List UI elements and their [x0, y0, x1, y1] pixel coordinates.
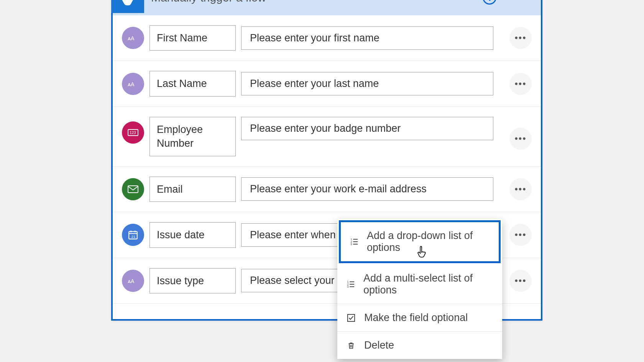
trash-icon [347, 341, 356, 350]
input-placeholder[interactable]: Please enter your work e-mail address [241, 177, 493, 201]
svg-rect-23 [348, 314, 355, 321]
trigger-icon-box [111, 0, 144, 13]
email-type-icon [122, 178, 144, 200]
svg-text:ᴀA: ᴀA [128, 35, 135, 41]
input-label[interactable]: Last Name [150, 71, 236, 96]
list-icon: 123 [350, 237, 358, 246]
svg-text:3: 3 [347, 285, 349, 288]
menu-item-label: Make the field optional [364, 312, 468, 324]
input-row: ᴀA First Name Please enter your first na… [113, 15, 541, 61]
input-label[interactable]: Email [150, 177, 236, 202]
svg-text:21: 21 [131, 234, 136, 239]
input-placeholder[interactable]: Please enter your first name [241, 26, 493, 50]
input-label[interactable]: First Name [150, 25, 236, 51]
row-more-button[interactable]: ••• [509, 27, 532, 49]
row-more-button[interactable]: ••• [509, 128, 532, 150]
text-type-icon: ᴀA [122, 270, 144, 292]
row-more-button[interactable]: ••• [509, 178, 532, 200]
svg-text:ᴀA: ᴀA [128, 278, 135, 284]
header-actions: i ••• [483, 0, 533, 8]
input-placeholder[interactable]: Please enter your last name [241, 72, 493, 95]
text-type-icon: ᴀA [122, 27, 144, 49]
menu-item-delete[interactable]: Delete [337, 332, 502, 359]
card-more-button[interactable]: ••• [512, 0, 526, 4]
svg-text:3: 3 [351, 243, 352, 246]
menu-item-make-optional[interactable]: Make the field optional [337, 304, 502, 331]
number-type-icon: 123 [122, 121, 144, 144]
row-more-button[interactable]: ••• [509, 224, 532, 246]
info-icon[interactable]: i [483, 0, 496, 5]
list-icon: 123 [347, 280, 355, 289]
checkbox-icon [347, 313, 356, 323]
row-more-button[interactable]: ••• [509, 73, 532, 95]
input-label[interactable]: Issue type [150, 268, 236, 293]
input-row: Email Please enter your work e-mail addr… [113, 167, 541, 212]
row-more-button[interactable]: ••• [509, 270, 532, 292]
input-label[interactable]: Issue date [150, 222, 236, 247]
menu-item-add-multiselect[interactable]: 123 Add a multi-select list of options [337, 265, 502, 304]
card-header: Manually trigger a flow i ••• [113, 0, 541, 15]
date-type-icon: 21 [122, 224, 144, 246]
svg-rect-4 [128, 186, 138, 193]
finger-tap-icon [120, 0, 136, 8]
input-label[interactable]: Employee Number [150, 117, 236, 156]
menu-item-label: Add a drop-down list of options [367, 230, 490, 254]
input-row: ᴀA Last Name Please enter your last name… [113, 61, 541, 106]
menu-item-label: Delete [364, 339, 394, 351]
field-context-menu: 123 Add a drop-down list of options 123 … [337, 219, 502, 359]
menu-item-label: Add a multi-select list of options [363, 272, 493, 296]
svg-text:ᴀA: ᴀA [128, 81, 135, 87]
card-title: Manually trigger a flow [151, 0, 483, 8]
menu-item-add-dropdown[interactable]: 123 Add a drop-down list of options [339, 220, 501, 263]
text-type-icon: ᴀA [122, 73, 144, 95]
input-placeholder[interactable]: Please enter your badge number [241, 117, 493, 140]
svg-text:123: 123 [130, 131, 136, 135]
input-row: 123 Employee Number Please enter your ba… [113, 107, 541, 167]
